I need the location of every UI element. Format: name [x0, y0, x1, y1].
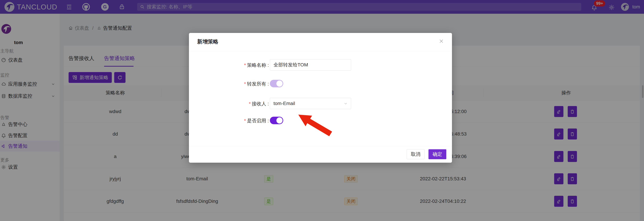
toggle-knob: [276, 117, 282, 124]
modal-footer-divider: [189, 146, 452, 146]
policy-name-input[interactable]: [270, 59, 351, 71]
field-label: *是否启用 :: [196, 118, 269, 124]
app-root: TANCLOUD G 99+: [0, 0, 644, 221]
field-label: *转发所有 :: [196, 81, 269, 87]
required-asterisk: *: [249, 101, 251, 106]
enable-toggle[interactable]: [270, 117, 283, 124]
required-asterisk: *: [244, 81, 246, 87]
forward-all-toggle[interactable]: [270, 80, 283, 87]
cancel-button[interactable]: 取消: [407, 149, 424, 159]
field-label: *策略名称 :: [196, 62, 269, 69]
select-value: tom-Email: [274, 101, 295, 106]
add-policy-modal: 新增策略 *策略名称 :*转发所有 :*接收人 :tom-Email*是否启用 …: [189, 33, 452, 163]
required-asterisk: *: [244, 118, 246, 123]
toggle-knob: [276, 81, 282, 87]
modal-title: 新增策略: [197, 38, 218, 45]
receiver-select[interactable]: tom-Email: [270, 98, 351, 109]
annotation-arrow: [297, 114, 334, 138]
field-label: *接收人 :: [196, 101, 269, 107]
close-icon[interactable]: [438, 37, 445, 45]
chevron-down-icon: [344, 101, 348, 106]
ok-button[interactable]: 确定: [428, 149, 446, 159]
required-asterisk: *: [244, 63, 246, 68]
